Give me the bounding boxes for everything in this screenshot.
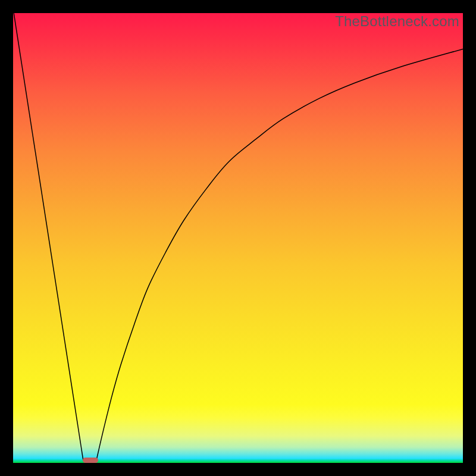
- curve-right-branch: [96, 49, 463, 461]
- optimal-marker: [83, 458, 98, 463]
- chart-frame: TheBottleneck.com: [0, 0, 476, 476]
- curve-left-branch: [13, 13, 83, 461]
- plot-area: TheBottleneck.com: [13, 13, 463, 463]
- bottleneck-curve: [13, 13, 463, 463]
